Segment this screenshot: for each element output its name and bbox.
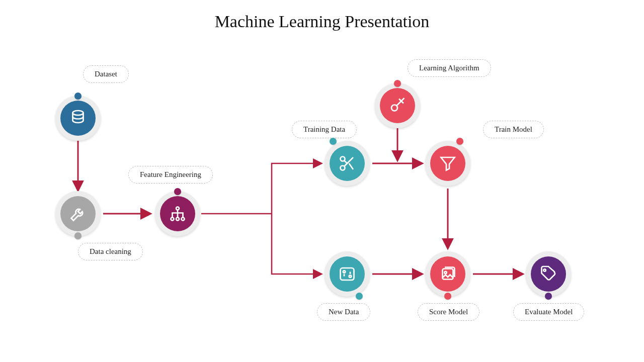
- hierarchy-icon: [169, 205, 187, 223]
- label-evaluate-model: Evaluate Model: [513, 303, 584, 321]
- node-feature-engineering: [155, 191, 200, 236]
- wrench-icon: [69, 205, 87, 223]
- svg-point-10: [176, 218, 179, 221]
- database-icon: [69, 109, 87, 127]
- svg-rect-14: [341, 268, 354, 280]
- switch-icon: [338, 265, 356, 283]
- svg-point-7: [73, 111, 84, 115]
- label-dataset: Dataset: [83, 65, 129, 83]
- image-icon: [439, 265, 457, 283]
- svg-point-19: [444, 272, 447, 274]
- label-data-cleaning: Data cleaning: [78, 243, 143, 260]
- svg-point-15: [343, 270, 346, 273]
- label-feature-engineering: Feature Engineering: [128, 166, 213, 184]
- svg-point-9: [171, 218, 174, 221]
- svg-point-16: [349, 275, 352, 278]
- svg-point-20: [543, 269, 546, 272]
- scissors-icon: [338, 154, 356, 172]
- node-evaluate-model: [526, 251, 571, 297]
- page-title: Machine Learning Presentation: [0, 12, 644, 31]
- svg-point-12: [341, 157, 345, 161]
- label-train-model: Train Model: [483, 121, 544, 138]
- label-score-model: Score Model: [418, 303, 479, 321]
- key-icon: [388, 97, 407, 115]
- label-training-data: Training Data: [292, 121, 357, 138]
- node-learning-algorithm: [375, 83, 420, 128]
- node-training-data: [325, 141, 370, 186]
- node-score-model: [425, 251, 470, 297]
- funnel-icon: [439, 154, 457, 172]
- tags-icon: [539, 265, 557, 283]
- node-data-cleaning: [55, 191, 101, 236]
- label-learning-algorithm: Learning Algorithm: [408, 59, 491, 77]
- node-dataset: [55, 96, 101, 141]
- node-new-data: [325, 251, 370, 297]
- node-train-model: [425, 141, 470, 186]
- diagram-canvas: Machine Learning Presentation Dataset: [0, 0, 644, 362]
- svg-point-13: [341, 166, 345, 170]
- svg-point-8: [176, 207, 179, 210]
- label-new-data: New Data: [317, 303, 370, 321]
- svg-point-11: [182, 218, 185, 221]
